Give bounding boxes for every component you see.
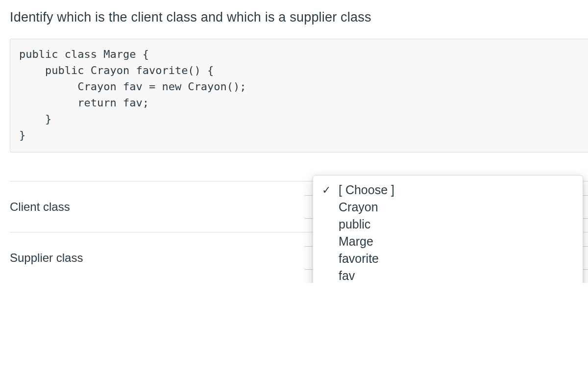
dropdown-option-favorite[interactable]: favorite xyxy=(313,250,583,267)
option-text: [ Choose ] xyxy=(339,183,394,197)
dropdown-option-marge[interactable]: Marge xyxy=(313,233,583,250)
option-text: favorite xyxy=(339,252,379,266)
label-client-class: Client class xyxy=(10,182,304,231)
check-icon: ✓ xyxy=(322,184,339,197)
option-text: fav xyxy=(339,269,355,283)
question-title: Identify which is the client class and w… xyxy=(10,10,588,25)
option-text: Marge xyxy=(339,234,373,249)
code-block: public class Marge { public Crayon favor… xyxy=(10,39,588,152)
dropdown-option-choose[interactable]: ✓ [ Choose ] xyxy=(313,181,583,199)
option-text: public xyxy=(339,217,370,231)
dropdown-panel[interactable]: ✓ [ Choose ] Crayon public Marge favorit… xyxy=(313,175,583,283)
dropdown-option-fav[interactable]: fav xyxy=(313,267,583,283)
option-text: Crayon xyxy=(339,200,378,214)
dropdown-option-public[interactable]: public xyxy=(313,216,583,233)
label-supplier-class: Supplier class xyxy=(10,233,304,282)
dropdown-option-crayon[interactable]: Crayon xyxy=(313,199,583,216)
